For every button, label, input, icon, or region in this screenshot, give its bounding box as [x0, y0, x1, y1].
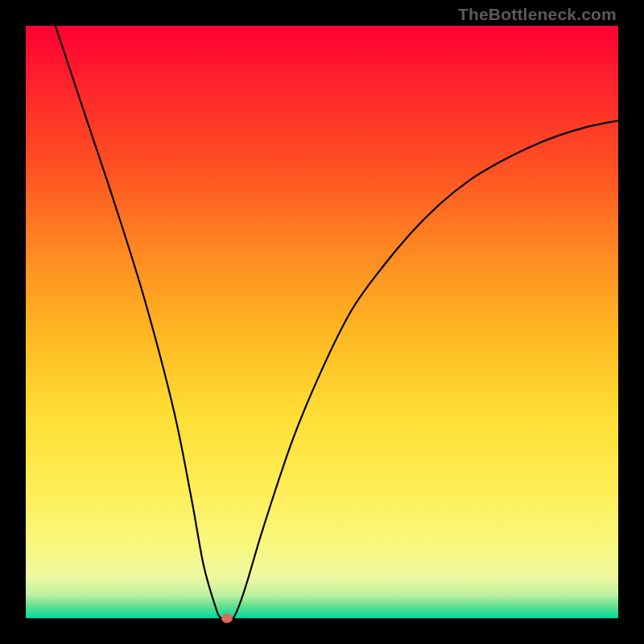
watermark-text: TheBottleneck.com — [458, 5, 617, 24]
minimum-marker — [221, 613, 233, 623]
curve-svg — [26, 26, 618, 618]
bottleneck-curve — [56, 26, 618, 621]
plot-area — [26, 26, 618, 618]
chart-frame: TheBottleneck.com — [0, 0, 644, 644]
